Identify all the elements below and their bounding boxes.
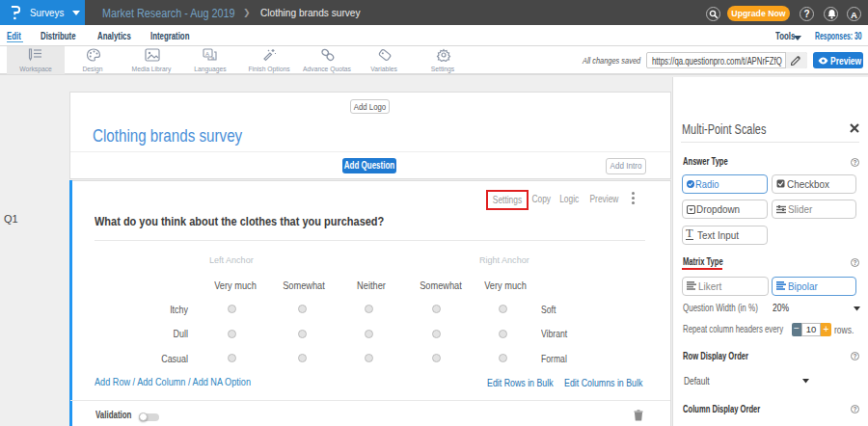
svg-text:A: A bbox=[205, 51, 209, 57]
